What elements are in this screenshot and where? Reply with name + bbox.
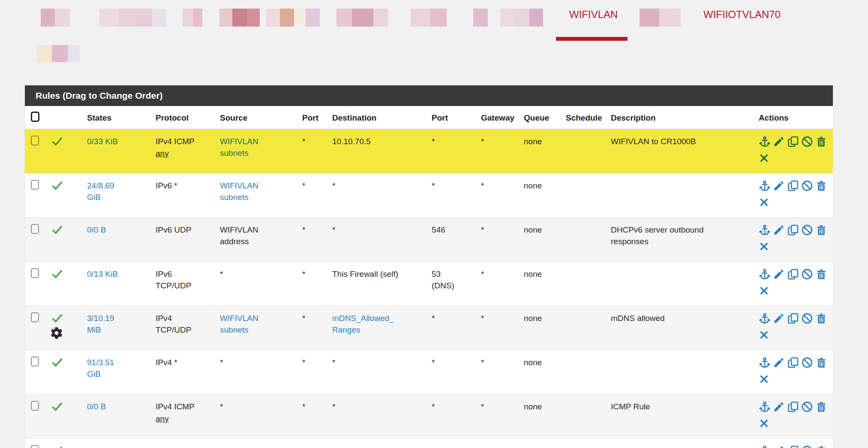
redacted-tab-2[interactable] [99,9,166,27]
x-icon[interactable] [759,241,769,252]
copy-icon[interactable] [787,224,799,236]
copy-icon[interactable] [787,357,799,369]
x-icon[interactable] [759,330,769,340]
anchor-icon[interactable] [759,224,771,236]
states-link[interactable]: 0/13 KiB [87,269,118,278]
states-link[interactable]: 0/0 B [87,402,106,411]
edit-icon[interactable] [773,136,785,148]
x-icon[interactable] [759,153,769,163]
delete-icon[interactable] [815,224,827,236]
check-icon[interactable] [51,268,64,280]
redacted-tab-5[interactable] [266,9,320,27]
ban-icon[interactable] [801,401,813,413]
anchor-icon[interactable] [759,401,771,413]
copy-icon[interactable] [787,136,799,148]
edit-icon[interactable] [773,401,785,413]
redacted-tab-1[interactable] [41,9,70,27]
rule-checkbox[interactable] [31,401,39,411]
rule-row[interactable]: 0/0 BIPv4 ICMPany*****noneICMP Rule [25,394,833,439]
x-icon[interactable] [759,418,769,429]
rule-checkbox[interactable] [31,224,39,234]
tab-wifivlan[interactable]: WIFIVLAN [569,9,618,20]
x-icon[interactable] [759,374,769,384]
delete-icon[interactable] [815,445,827,448]
ban-icon[interactable] [801,180,813,192]
edit-icon[interactable] [773,268,785,280]
source-link[interactable]: WIFIVLAN subnets [220,137,258,157]
copy-icon[interactable] [787,445,799,448]
destination-link[interactable]: mDNS_Allowed_ Ranges [332,314,394,334]
edit-icon[interactable] [773,224,785,236]
redacted-tab-6[interactable] [336,9,388,27]
queue-value: none [524,225,542,234]
delete-icon[interactable] [815,357,827,369]
active-tab-underline [556,37,628,41]
delete-icon[interactable] [815,401,827,413]
check-icon[interactable] [51,445,64,448]
ban-icon[interactable] [801,445,813,448]
source-link[interactable]: WIFIVLAN subnets [220,314,258,334]
check-icon[interactable] [51,224,64,236]
copy-icon[interactable] [787,312,799,324]
rule-checkbox[interactable] [31,445,39,448]
redacted-tab-4[interactable] [219,9,260,27]
states-link[interactable]: 0/0 B [87,225,106,234]
rule-checkbox[interactable] [31,312,39,322]
source-link[interactable]: WIFIVLAN subnets [220,181,258,202]
redacted-tab-3[interactable] [183,9,202,27]
states-link[interactable]: 0/33 KiB [87,137,118,146]
anchor-icon[interactable] [759,357,771,369]
select-all-checkbox[interactable] [31,112,39,122]
edit-icon[interactable] [773,445,785,448]
rule-row[interactable]: 0/13 KiBIPv6 TCP/UDP**This Firewall (sel… [25,262,833,306]
edit-icon[interactable] [773,180,785,192]
ban-icon[interactable] [801,136,813,148]
check-icon[interactable] [51,357,64,368]
ban-icon[interactable] [801,268,813,280]
states-link[interactable]: 24/8.69 GiB [87,181,114,202]
anchor-icon[interactable] [759,136,771,148]
x-icon[interactable] [759,285,769,296]
check-icon[interactable] [51,136,64,147]
anchor-icon[interactable] [759,268,771,280]
rule-checkbox[interactable] [31,357,39,366]
rule-row[interactable]: 3/10.19 MiBIPv4 TCP/UDPWIFIVLAN subnets*… [25,306,833,350]
delete-icon[interactable] [815,136,827,148]
x-icon[interactable] [759,197,769,208]
redacted-tab-8[interactable] [473,9,488,27]
states-link[interactable]: 3/10.19 MiB [87,314,114,334]
ban-icon[interactable] [801,312,813,324]
copy-icon[interactable] [787,268,799,280]
check-icon[interactable] [51,401,64,412]
states-link[interactable]: 0/144 KiB [87,446,122,448]
rule-checkbox[interactable] [31,180,39,190]
rule-row[interactable]: 0/33 KiBIPv4 ICMPanyWIFIVLAN subnets*10.… [25,129,833,173]
redacted-tab-10[interactable] [640,9,681,27]
anchor-icon[interactable] [759,180,771,192]
rule-row[interactable]: 0/144 KiBIPv6 ICMPany*****noneICMP IPv6 … [25,439,833,448]
anchor-icon[interactable] [759,445,771,448]
rule-checkbox[interactable] [31,268,39,278]
copy-icon[interactable] [787,401,799,413]
copy-icon[interactable] [787,180,799,192]
delete-icon[interactable] [815,312,827,324]
check-icon[interactable] [51,180,64,191]
tab-wifiiotvlan70[interactable]: WIFIIOTVLAN70 [703,9,781,20]
rule-row[interactable]: 91/3.51 GiBIPv4 ******none [25,350,833,394]
edit-icon[interactable] [773,312,785,324]
states-link[interactable]: 91/3.51 GiB [87,358,114,378]
rule-row[interactable]: 24/8.69 GiBIPv6 *WIFIVLAN subnets****non… [25,173,833,218]
delete-icon[interactable] [815,268,827,280]
redacted-tab-row2-1[interactable] [37,45,90,62]
ban-icon[interactable] [801,357,813,369]
redacted-tab-7[interactable] [411,9,447,27]
rule-checkbox[interactable] [31,136,39,145]
anchor-icon[interactable] [759,312,771,324]
redacted-tab-9[interactable] [500,9,543,27]
check-icon[interactable] [51,312,64,324]
ban-icon[interactable] [801,224,813,236]
delete-icon[interactable] [815,180,827,192]
destination-cell: * [329,439,428,448]
rule-row[interactable]: 0/0 BIPv6 UDPWIFIVLAN address**546*noneD… [25,218,833,262]
edit-icon[interactable] [773,357,785,369]
